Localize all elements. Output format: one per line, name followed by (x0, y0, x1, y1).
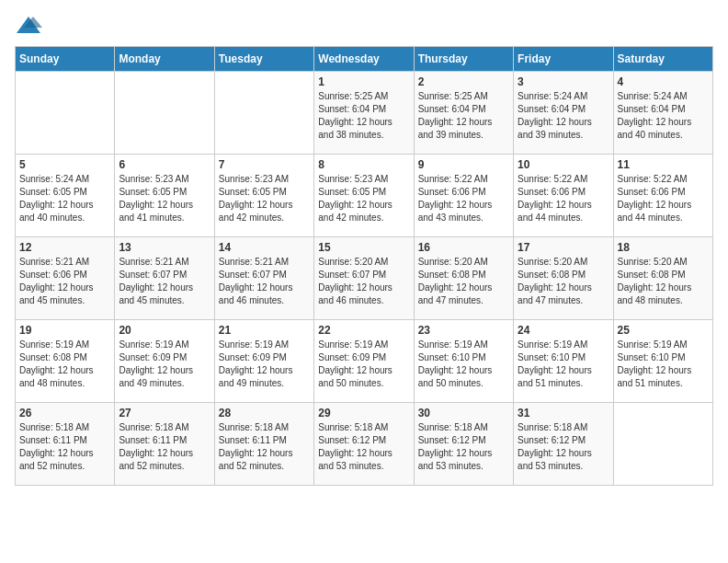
day-info: Sunrise: 5:22 AMSunset: 6:06 PMDaylight:… (518, 173, 609, 224)
calendar-cell (214, 72, 313, 155)
calendar-cell: 4Sunrise: 5:24 AMSunset: 6:04 PMDaylight… (613, 72, 712, 155)
calendar-cell: 27Sunrise: 5:18 AMSunset: 6:11 PMDayligh… (115, 403, 214, 486)
day-info: Sunrise: 5:18 AMSunset: 6:12 PMDaylight:… (518, 421, 609, 473)
calendar-week: 26Sunrise: 5:18 AMSunset: 6:11 PMDayligh… (16, 403, 713, 486)
day-info: Sunrise: 5:18 AMSunset: 6:11 PMDaylight:… (119, 421, 210, 473)
calendar-cell: 26Sunrise: 5:18 AMSunset: 6:11 PMDayligh… (16, 403, 115, 486)
header-day: Thursday (414, 47, 513, 72)
day-number: 26 (19, 407, 110, 419)
day-number: 29 (318, 407, 409, 419)
calendar-cell: 11Sunrise: 5:22 AMSunset: 6:06 PMDayligh… (613, 155, 712, 237)
calendar-week: 1Sunrise: 5:25 AMSunset: 6:04 PMDaylight… (16, 72, 713, 155)
day-number: 19 (19, 324, 110, 337)
calendar-cell: 14Sunrise: 5:21 AMSunset: 6:07 PMDayligh… (214, 237, 313, 320)
day-number: 24 (518, 324, 609, 337)
header-day: Wednesday (314, 47, 414, 72)
calendar-week: 5Sunrise: 5:24 AMSunset: 6:05 PMDaylight… (16, 155, 713, 237)
calendar-cell: 2Sunrise: 5:25 AMSunset: 6:04 PMDaylight… (414, 72, 513, 155)
day-number: 11 (618, 158, 709, 171)
day-info: Sunrise: 5:22 AMSunset: 6:06 PMDaylight:… (418, 173, 509, 224)
page-header (15, 15, 713, 37)
day-number: 1 (318, 75, 409, 88)
day-number: 21 (219, 324, 310, 337)
calendar-cell: 21Sunrise: 5:19 AMSunset: 6:09 PMDayligh… (214, 320, 313, 403)
calendar-cell: 10Sunrise: 5:22 AMSunset: 6:06 PMDayligh… (514, 155, 613, 237)
day-info: Sunrise: 5:23 AMSunset: 6:05 PMDaylight:… (219, 173, 310, 224)
day-info: Sunrise: 5:22 AMSunset: 6:06 PMDaylight:… (618, 173, 709, 224)
calendar-cell: 6Sunrise: 5:23 AMSunset: 6:05 PMDaylight… (115, 155, 214, 237)
day-number: 3 (518, 75, 609, 88)
day-info: Sunrise: 5:18 AMSunset: 6:12 PMDaylight:… (418, 421, 509, 473)
calendar-cell: 12Sunrise: 5:21 AMSunset: 6:06 PMDayligh… (16, 237, 115, 320)
header-day: Sunday (16, 47, 115, 72)
calendar-cell: 17Sunrise: 5:20 AMSunset: 6:08 PMDayligh… (514, 237, 613, 320)
day-number: 12 (19, 241, 110, 254)
day-info: Sunrise: 5:19 AMSunset: 6:09 PMDaylight:… (219, 339, 310, 390)
day-number: 15 (318, 241, 409, 254)
logo (15, 15, 46, 37)
day-info: Sunrise: 5:19 AMSunset: 6:09 PMDaylight:… (119, 339, 210, 390)
day-number: 18 (618, 241, 709, 254)
day-number: 7 (219, 158, 310, 171)
calendar-cell: 5Sunrise: 5:24 AMSunset: 6:05 PMDaylight… (16, 155, 115, 237)
header-day: Friday (514, 47, 613, 72)
calendar-cell: 31Sunrise: 5:18 AMSunset: 6:12 PMDayligh… (514, 403, 613, 486)
day-info: Sunrise: 5:20 AMSunset: 6:07 PMDaylight:… (318, 256, 409, 307)
day-number: 27 (119, 407, 210, 419)
calendar-cell: 20Sunrise: 5:19 AMSunset: 6:09 PMDayligh… (115, 320, 214, 403)
day-number: 14 (219, 241, 310, 254)
calendar-cell: 15Sunrise: 5:20 AMSunset: 6:07 PMDayligh… (314, 237, 414, 320)
day-number: 10 (518, 158, 609, 171)
calendar-table: SundayMondayTuesdayWednesdayThursdayFrid… (15, 46, 713, 486)
day-number: 5 (19, 158, 110, 171)
day-number: 6 (119, 158, 210, 171)
calendar-cell: 23Sunrise: 5:19 AMSunset: 6:10 PMDayligh… (414, 320, 513, 403)
day-info: Sunrise: 5:24 AMSunset: 6:05 PMDaylight:… (19, 173, 110, 224)
calendar-cell: 29Sunrise: 5:18 AMSunset: 6:12 PMDayligh… (314, 403, 414, 486)
day-info: Sunrise: 5:23 AMSunset: 6:05 PMDaylight:… (119, 173, 210, 224)
day-info: Sunrise: 5:21 AMSunset: 6:07 PMDaylight:… (119, 256, 210, 307)
calendar-cell: 7Sunrise: 5:23 AMSunset: 6:05 PMDaylight… (214, 155, 313, 237)
calendar-cell: 13Sunrise: 5:21 AMSunset: 6:07 PMDayligh… (115, 237, 214, 320)
day-number: 9 (418, 158, 509, 171)
day-info: Sunrise: 5:25 AMSunset: 6:04 PMDaylight:… (318, 90, 409, 142)
calendar-cell: 18Sunrise: 5:20 AMSunset: 6:08 PMDayligh… (613, 237, 712, 320)
day-info: Sunrise: 5:19 AMSunset: 6:10 PMDaylight:… (518, 339, 609, 390)
calendar-cell: 3Sunrise: 5:24 AMSunset: 6:04 PMDaylight… (514, 72, 613, 155)
calendar-header: SundayMondayTuesdayWednesdayThursdayFrid… (16, 47, 713, 72)
day-number: 22 (318, 324, 409, 337)
day-info: Sunrise: 5:19 AMSunset: 6:10 PMDaylight:… (618, 339, 709, 390)
day-number: 16 (418, 241, 509, 254)
day-number: 30 (418, 407, 509, 419)
day-info: Sunrise: 5:18 AMSunset: 6:12 PMDaylight:… (318, 421, 409, 473)
day-info: Sunrise: 5:25 AMSunset: 6:04 PMDaylight:… (418, 90, 509, 142)
day-number: 17 (518, 241, 609, 254)
calendar-cell: 22Sunrise: 5:19 AMSunset: 6:09 PMDayligh… (314, 320, 414, 403)
day-number: 4 (618, 75, 709, 88)
day-info: Sunrise: 5:24 AMSunset: 6:04 PMDaylight:… (618, 90, 709, 142)
day-info: Sunrise: 5:20 AMSunset: 6:08 PMDaylight:… (518, 256, 609, 307)
header-row: SundayMondayTuesdayWednesdayThursdayFrid… (16, 47, 713, 72)
calendar-cell (16, 72, 115, 155)
day-number: 20 (119, 324, 210, 337)
calendar-cell (115, 72, 214, 155)
day-number: 23 (418, 324, 509, 337)
day-number: 8 (318, 158, 409, 171)
day-info: Sunrise: 5:19 AMSunset: 6:09 PMDaylight:… (318, 339, 409, 390)
calendar-cell: 1Sunrise: 5:25 AMSunset: 6:04 PMDaylight… (314, 72, 414, 155)
calendar-body: 1Sunrise: 5:25 AMSunset: 6:04 PMDaylight… (16, 72, 713, 486)
day-number: 13 (119, 241, 210, 254)
calendar-cell: 19Sunrise: 5:19 AMSunset: 6:08 PMDayligh… (16, 320, 115, 403)
day-info: Sunrise: 5:21 AMSunset: 6:06 PMDaylight:… (19, 256, 110, 307)
calendar-cell: 9Sunrise: 5:22 AMSunset: 6:06 PMDaylight… (414, 155, 513, 237)
calendar-week: 12Sunrise: 5:21 AMSunset: 6:06 PMDayligh… (16, 237, 713, 320)
calendar-cell: 25Sunrise: 5:19 AMSunset: 6:10 PMDayligh… (613, 320, 712, 403)
day-number: 25 (618, 324, 709, 337)
day-info: Sunrise: 5:24 AMSunset: 6:04 PMDaylight:… (518, 90, 609, 142)
calendar-cell: 16Sunrise: 5:20 AMSunset: 6:08 PMDayligh… (414, 237, 513, 320)
calendar-cell (613, 403, 712, 486)
day-number: 31 (518, 407, 609, 419)
calendar-cell: 8Sunrise: 5:23 AMSunset: 6:05 PMDaylight… (314, 155, 414, 237)
day-info: Sunrise: 5:20 AMSunset: 6:08 PMDaylight:… (418, 256, 509, 307)
day-info: Sunrise: 5:19 AMSunset: 6:08 PMDaylight:… (19, 339, 110, 390)
